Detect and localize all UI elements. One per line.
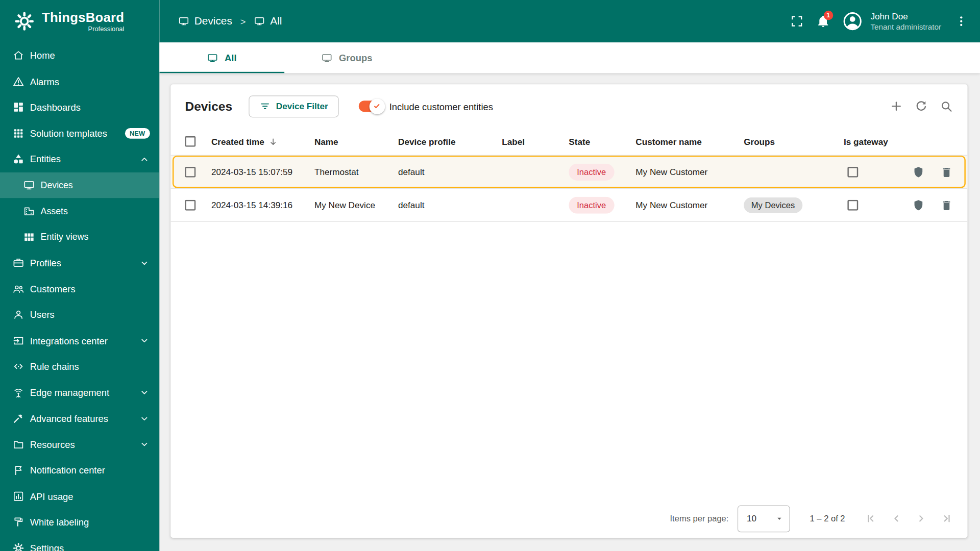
sidebar-item-label: White labeling — [30, 517, 89, 528]
breadcrumb-all[interactable]: All — [254, 15, 282, 27]
column-header-state[interactable]: State — [569, 137, 635, 147]
input-icon — [12, 335, 24, 346]
manage-credentials-button[interactable] — [906, 159, 931, 184]
sidebar-item-dashboards[interactable]: Dashboards — [0, 94, 159, 120]
devices-icon — [207, 52, 218, 63]
shield-icon — [912, 198, 925, 212]
column-header-groups[interactable]: Groups — [744, 137, 844, 147]
sidebar-item-users[interactable]: Users — [0, 302, 159, 328]
sidebar-item-resources[interactable]: Resources — [0, 432, 159, 458]
paginator: Items per page: 10 1 – 2 of 2 — [170, 499, 967, 538]
sidebar-item-label: Notification center — [30, 465, 105, 475]
column-header-created-time[interactable]: Created time — [211, 137, 314, 147]
sidebar-item-rule-chains[interactable]: Rule chains — [0, 354, 159, 380]
row-checkbox[interactable] — [185, 166, 195, 177]
sidebar-item-entities[interactable]: Entities — [0, 146, 159, 172]
main-area: Devices > All 1 John Doe Tenant administ… — [159, 0, 980, 551]
sidebar-item-label: Entities — [30, 154, 61, 165]
sidebar-item-settings[interactable]: Settings — [0, 535, 159, 551]
cell-device-profile: default — [398, 200, 502, 210]
tab-all[interactable]: All — [159, 42, 284, 73]
add-device-button[interactable] — [884, 94, 909, 119]
breadcrumb-label: Devices — [194, 15, 232, 27]
manage-credentials-button[interactable] — [906, 192, 931, 217]
kebab-icon — [954, 14, 968, 28]
items-per-page-select[interactable]: 10 — [738, 505, 790, 532]
table-row-thermostat[interactable]: 2024-03-15 15:07:59 Thermostat default I… — [170, 156, 967, 189]
sidebar-item-solution-templates[interactable]: Solution templatesNEW — [0, 120, 159, 146]
select-all-checkbox[interactable] — [185, 136, 195, 147]
toggle-switch[interactable] — [359, 101, 383, 112]
column-label: Customer name — [635, 137, 702, 147]
fullscreen-button[interactable] — [784, 9, 809, 34]
sidebar-item-alarms[interactable]: Alarms — [0, 68, 159, 94]
sidebar-item-api-usage[interactable]: API usage — [0, 483, 159, 509]
cell-is-gateway — [844, 166, 906, 177]
header-actions: 1 John Doe Tenant administrator — [784, 9, 973, 34]
delete-button[interactable] — [935, 159, 959, 184]
sidebar-item-devices[interactable]: Devices — [0, 172, 159, 198]
column-header-device-profile[interactable]: Device profile — [398, 137, 502, 147]
next-page-button[interactable] — [909, 506, 934, 531]
column-header-label[interactable]: Label — [502, 137, 569, 147]
new-badge: NEW — [125, 128, 150, 138]
sidebar-item-edge-management[interactable]: Edge management — [0, 380, 159, 406]
sidebar-item-white-labeling[interactable]: White labeling — [0, 509, 159, 535]
is-gateway-checkbox[interactable] — [847, 199, 858, 210]
include-customer-entities-toggle[interactable]: Include customer entities — [359, 101, 493, 112]
device-filter-label: Device Filter — [276, 101, 328, 111]
breadcrumb-devices[interactable]: Devices — [178, 15, 232, 27]
column-header-customer-name[interactable]: Customer name — [635, 137, 744, 147]
bar-chart-icon — [12, 490, 24, 502]
sidebar-item-label: Edge management — [30, 387, 109, 398]
first-page-icon — [864, 512, 878, 525]
tab-groups[interactable]: Groups — [284, 42, 409, 73]
page-range: 1 – 2 of 2 — [810, 514, 845, 523]
flag-icon — [12, 464, 24, 476]
sidebar-item-entity-views[interactable]: Entity views — [0, 224, 159, 250]
row-checkbox[interactable] — [185, 199, 195, 210]
sidebar-nav: Home Alarms Dashboards Solution template… — [0, 42, 159, 551]
chevron-down-icon — [139, 439, 150, 450]
sidebar-item-home[interactable]: Home — [0, 42, 159, 68]
toggle-label: Include customer entities — [389, 101, 493, 112]
sidebar-item-customers[interactable]: Customers — [0, 276, 159, 302]
breadcrumb-label: All — [270, 15, 282, 27]
delete-button[interactable] — [935, 192, 959, 217]
search-button[interactable] — [934, 94, 959, 119]
last-page-button[interactable] — [934, 506, 959, 531]
column-header-name[interactable]: Name — [314, 137, 398, 147]
entity-views-icon — [23, 231, 35, 243]
check-icon — [373, 102, 381, 111]
is-gateway-checkbox[interactable] — [847, 166, 858, 177]
column-header-is-gateway[interactable]: Is gateway — [844, 137, 906, 147]
top-header: Devices > All 1 John Doe Tenant administ… — [159, 0, 980, 42]
items-per-page-label: Items per page: — [670, 514, 729, 523]
previous-page-button[interactable] — [884, 506, 909, 531]
first-page-button[interactable] — [859, 506, 884, 531]
table-empty-space — [170, 222, 967, 499]
shield-icon — [912, 165, 925, 179]
sidebar-item-notification-center[interactable]: Notification center — [0, 457, 159, 483]
sidebar-item-label: Rule chains — [30, 361, 79, 372]
device-filter-button[interactable]: Device Filter — [249, 95, 339, 117]
column-label: Name — [314, 137, 338, 147]
table-row-my-new-device[interactable]: 2024-03-15 14:39:16 My New Device defaul… — [170, 189, 967, 222]
more-menu-button[interactable] — [949, 9, 974, 34]
cell-created-time: 2024-03-15 14:39:16 — [211, 200, 314, 210]
notifications-button[interactable]: 1 — [811, 9, 836, 34]
sidebar-item-label: Integrations center — [30, 335, 108, 346]
sidebar-item-integrations-center[interactable]: Integrations center — [0, 328, 159, 354]
sidebar-item-profiles[interactable]: Profiles — [0, 250, 159, 276]
chevron-up-icon — [139, 154, 150, 165]
app-logo[interactable]: ThingsBoard Professional — [0, 0, 159, 42]
sidebar-item-advanced-features[interactable]: Advanced features — [0, 406, 159, 432]
user-info[interactable]: John Doe Tenant administrator — [870, 11, 941, 32]
user-role: Tenant administrator — [870, 22, 941, 32]
group-chip[interactable]: My Devices — [744, 197, 802, 213]
sidebar-item-assets[interactable]: Assets — [0, 198, 159, 224]
avatar[interactable] — [841, 9, 865, 33]
notification-badge: 1 — [824, 11, 833, 20]
refresh-button[interactable] — [909, 94, 934, 119]
column-label: Groups — [744, 137, 775, 147]
